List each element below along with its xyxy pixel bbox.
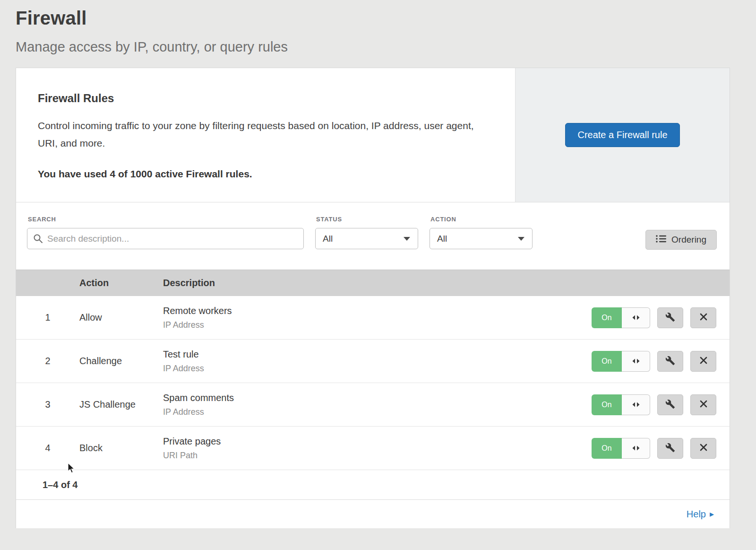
status-filter: STATUS All [315, 216, 418, 249]
wrench-icon [665, 399, 675, 410]
help-row: Help ▸ [16, 500, 730, 528]
help-link[interactable]: Help ▸ [687, 509, 714, 520]
table-body: 1 Allow Remote workers IP Address On [16, 296, 730, 470]
card-top-section: Firewall Rules Control incoming traffic … [16, 68, 730, 202]
column-header-action: Action [79, 278, 163, 288]
delete-rule-button[interactable] [690, 394, 716, 415]
edit-rule-button[interactable] [657, 438, 683, 459]
search-icon [33, 234, 43, 245]
section-description: Control incoming traffic to your zone by… [38, 117, 484, 152]
toggle-arrows-icon[interactable] [622, 307, 650, 328]
rule-priority: 3 [16, 399, 79, 410]
delete-rule-button[interactable] [690, 438, 716, 459]
rule-action: JS Challenge [79, 399, 163, 410]
table-row: 3 JS Challenge Spam comments IP Address … [16, 383, 730, 427]
rule-action: Block [79, 443, 163, 454]
page-title: Firewall [16, 8, 740, 29]
status-select[interactable]: All [315, 228, 418, 249]
filters-bar: SEARCH STATUS All [16, 202, 730, 270]
rule-controls: On [592, 438, 730, 459]
action-filter: ACTION All [430, 216, 533, 249]
rule-priority: 2 [16, 356, 79, 367]
close-icon [699, 400, 708, 410]
rule-enabled-toggle[interactable]: On [592, 351, 650, 372]
wrench-icon [665, 443, 675, 454]
ordering-label: Ordering [671, 235, 706, 245]
wrench-icon [665, 356, 675, 367]
close-icon [699, 356, 708, 366]
rule-controls: On [592, 351, 730, 372]
rule-description: Remote workers [163, 306, 592, 316]
edit-rule-button[interactable] [657, 394, 683, 415]
rule-description-cell: Test rule IP Address [163, 349, 592, 374]
page-subtitle: Manage access by IP, country, or query r… [16, 39, 740, 55]
help-label: Help [687, 509, 706, 520]
rule-description: Spam comments [163, 393, 592, 403]
page-header: Firewall Manage access by IP, country, o… [0, 0, 756, 55]
wrench-icon [665, 312, 675, 323]
usage-note: You have used 4 of 1000 active Firewall … [38, 168, 487, 180]
create-firewall-rule-button[interactable]: Create a Firewall rule [565, 123, 679, 147]
action-select[interactable]: All [430, 228, 533, 249]
rule-description-cell: Remote workers IP Address [163, 306, 592, 330]
rule-priority: 4 [16, 443, 79, 454]
toggle-arrows-icon[interactable] [622, 351, 650, 372]
delete-rule-button[interactable] [690, 307, 716, 328]
rule-enabled-toggle[interactable]: On [592, 394, 650, 415]
rule-priority: 1 [16, 312, 79, 323]
toggle-on-label[interactable]: On [592, 394, 622, 415]
rule-description: Test rule [163, 349, 592, 360]
chevron-down-icon [518, 237, 524, 241]
chevron-down-icon [404, 237, 410, 241]
rule-description-cell: Private pages URI Path [163, 436, 592, 461]
pagination-row: 1–4 of 4 [16, 470, 730, 500]
rule-controls: On [592, 394, 730, 415]
delete-rule-button[interactable] [690, 351, 716, 372]
action-label: ACTION [430, 216, 533, 223]
toggle-arrows-icon[interactable] [622, 394, 650, 415]
help-arrow-icon: ▸ [710, 509, 714, 519]
close-icon [699, 313, 708, 323]
card-intro: Firewall Rules Control incoming traffic … [16, 68, 515, 202]
rule-match-type: URI Path [163, 451, 592, 461]
close-icon [699, 443, 708, 453]
rule-description: Private pages [163, 436, 592, 447]
ordering-list-icon [656, 235, 666, 245]
action-select-value: All [437, 234, 447, 244]
rule-action: Allow [79, 312, 163, 323]
rule-match-type: IP Address [163, 407, 592, 417]
pagination-text: 1–4 of 4 [43, 480, 77, 490]
edit-rule-button[interactable] [657, 351, 683, 372]
rule-description-cell: Spam comments IP Address [163, 393, 592, 417]
table-row: 4 Block Private pages URI Path On [16, 427, 730, 470]
search-filter: SEARCH [27, 216, 304, 249]
table-row: 2 Challenge Test rule IP Address On [16, 340, 730, 383]
table-header: Action Description [16, 270, 730, 296]
toggle-on-label[interactable]: On [592, 307, 622, 328]
card-action-panel: Create a Firewall rule [515, 68, 730, 202]
firewall-rules-card: Firewall Rules Control incoming traffic … [16, 68, 730, 528]
rule-match-type: IP Address [163, 364, 592, 374]
rule-enabled-toggle[interactable]: On [592, 438, 650, 459]
rule-action: Challenge [79, 356, 163, 367]
edit-rule-button[interactable] [657, 307, 683, 328]
toggle-arrows-icon[interactable] [622, 438, 650, 459]
status-select-value: All [323, 234, 333, 244]
toggle-on-label[interactable]: On [592, 351, 622, 372]
rule-enabled-toggle[interactable]: On [592, 307, 650, 328]
column-header-description: Description [163, 278, 716, 288]
ordering-button[interactable]: Ordering [645, 230, 717, 250]
status-label: STATUS [316, 216, 418, 223]
search-label: SEARCH [28, 216, 304, 223]
rule-controls: On [592, 307, 730, 328]
section-title: Firewall Rules [38, 92, 487, 105]
rule-match-type: IP Address [163, 320, 592, 330]
search-input[interactable] [27, 228, 304, 249]
table-row: 1 Allow Remote workers IP Address On [16, 296, 730, 340]
toggle-on-label[interactable]: On [592, 438, 622, 459]
